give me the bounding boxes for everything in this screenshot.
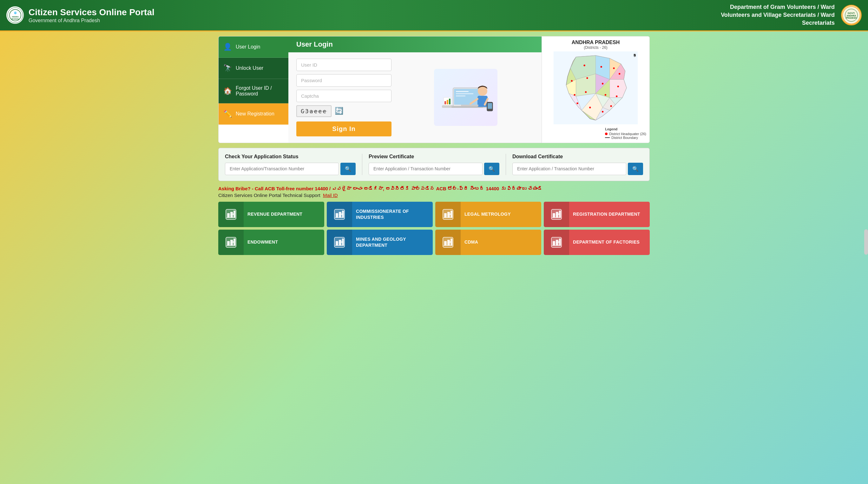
check-status-search-button[interactable]: 🔍 xyxy=(340,163,355,175)
dept-card-registration[interactable]: REGISTRATION DEPARTMENT xyxy=(544,202,650,227)
map-subtitle: (Districts - 26) xyxy=(584,45,608,50)
dept-icon-revenue xyxy=(218,202,244,227)
dept-card-dept-factories[interactable]: DEPARTMENT OF FACTORIES xyxy=(544,230,650,255)
home-icon: 🏠 xyxy=(223,87,232,95)
captcha-input[interactable] xyxy=(296,90,392,102)
header-left: 🌐 ANDHRA PRADESH Citizen Services Online… xyxy=(6,6,155,24)
svg-point-57 xyxy=(613,67,615,69)
legend-hq-label: District Headquater (26) xyxy=(609,132,646,136)
preview-cert-search-button[interactable]: 🔍 xyxy=(484,163,499,175)
preview-cert-input[interactable] xyxy=(369,163,483,175)
alert-section: Asking Bribe? - Call ACB Toll-free numbe… xyxy=(218,186,650,198)
dept-label-endowment: ENDOWMENT xyxy=(244,236,324,248)
dept-card-commissionerate[interactable]: COMMISSIONERATE OF INDUSTRIES xyxy=(327,202,433,227)
login-area: User Login G3aeee 🔄 Sign In xyxy=(288,36,541,143)
svg-point-60 xyxy=(602,83,603,84)
header-right: Department of Gram Volunteers / Ward Vol… xyxy=(702,3,862,27)
password-input[interactable] xyxy=(296,74,392,87)
ap-logo: 🌐 ANDHRA PRADESH xyxy=(6,6,24,24)
svg-rect-77 xyxy=(336,213,338,218)
refresh-captcha-icon[interactable]: 🔄 xyxy=(335,107,343,115)
svg-rect-13 xyxy=(456,91,469,92)
check-status-input-row: 🔍 xyxy=(225,163,355,175)
dept-icon-registration xyxy=(544,202,569,227)
login-illustration xyxy=(398,59,534,136)
illustration-image xyxy=(434,69,497,126)
emblem: GOVT. ANDHRA PRADESH xyxy=(841,5,862,25)
svg-text:PRADESH: PRADESH xyxy=(11,18,19,20)
dept-text: Department of Gram Volunteers / Ward Vol… xyxy=(702,3,835,27)
download-cert-group: Download Certificate 🔍 xyxy=(513,154,643,175)
login-header: User Login xyxy=(288,36,541,52)
sidebar-item-user-login[interactable]: 👤 User Login xyxy=(219,36,288,58)
map-container: N xyxy=(545,52,646,126)
svg-rect-97 xyxy=(336,241,338,246)
svg-rect-72 xyxy=(227,213,230,218)
portal-title: Citizen Services Online Portal xyxy=(29,7,155,18)
svg-point-68 xyxy=(602,111,603,112)
main-content: 👤 User Login 🔭 Unlock User 🏠 Forgot User… xyxy=(212,31,656,260)
app-status-section: Check Your Application Status 🔍 Preview … xyxy=(218,148,650,181)
preview-cert-group: Preview Certificate 🔍 xyxy=(369,154,499,175)
sidebar-item-unlock-user[interactable]: 🔭 Unlock User xyxy=(219,58,288,79)
map-title: ANDHRA PRADESH xyxy=(572,40,620,45)
sidebar-item-forgot-credentials[interactable]: 🏠 Forgot User ID / Password xyxy=(219,79,288,103)
scrollbar[interactable] xyxy=(864,229,868,255)
dept-icon-dept-factories xyxy=(544,230,569,255)
dept-card-mines-geology[interactable]: MINES AND GEOLOGY DEPARTMENT xyxy=(327,230,433,255)
dept-label-legal-metrology: LEGAL METROLOGY xyxy=(461,208,541,220)
svg-rect-24 xyxy=(447,100,448,104)
govt-subtitle: Government of Andhra Pradesh xyxy=(29,18,155,24)
svg-text:🌐: 🌐 xyxy=(13,11,17,14)
map-area: ANDHRA PRADESH (Districts - 26) N xyxy=(541,36,649,143)
svg-point-100 xyxy=(341,241,343,243)
ap-map-svg: N xyxy=(545,52,646,124)
sidebar: 👤 User Login 🔭 Unlock User 🏠 Forgot User… xyxy=(219,36,288,143)
sign-in-button[interactable]: Sign In xyxy=(296,122,392,136)
svg-rect-92 xyxy=(227,241,230,246)
legend-boundary-label: District Boundary xyxy=(611,136,638,139)
preview-cert-input-row: 🔍 xyxy=(369,163,499,175)
svg-point-80 xyxy=(341,214,343,215)
svg-point-75 xyxy=(233,214,234,215)
download-cert-input[interactable] xyxy=(513,163,626,175)
status-divider-1 xyxy=(362,154,362,175)
svg-point-90 xyxy=(558,214,560,215)
svg-point-95 xyxy=(233,241,234,243)
svg-point-0 xyxy=(8,8,23,23)
svg-rect-27 xyxy=(488,103,492,109)
dept-card-legal-metrology[interactable]: LEGAL METROLOGY xyxy=(435,202,541,227)
svg-point-62 xyxy=(571,80,572,82)
download-cert-search-button[interactable]: 🔍 xyxy=(628,163,643,175)
dept-label-mines-geology: MINES AND GEOLOGY DEPARTMENT xyxy=(352,233,433,251)
svg-text:PRADESH: PRADESH xyxy=(846,17,857,19)
captcha-row: G3aeee 🔄 xyxy=(296,105,392,117)
svg-rect-87 xyxy=(553,213,555,218)
svg-point-70 xyxy=(577,102,578,104)
dept-icon-mines-geology xyxy=(327,230,352,255)
top-section: 👤 User Login 🔭 Unlock User 🏠 Forgot User… xyxy=(218,36,650,143)
mail-id-link[interactable]: Mail ID xyxy=(323,193,338,198)
svg-point-110 xyxy=(558,241,560,243)
sidebar-label-user-login: User Login xyxy=(236,44,260,50)
dept-label-cdma: CDMA xyxy=(461,236,541,248)
header-title: Citizen Services Online Portal Governmen… xyxy=(29,7,155,24)
dept-card-endowment[interactable]: ENDOWMENT xyxy=(218,230,324,255)
map-legend: Legend District Headquater (26) District… xyxy=(605,127,646,139)
dept-label-registration: REGISTRATION DEPARTMENT xyxy=(569,208,650,220)
dept-label-revenue: REVENUE DEPARTMENT xyxy=(244,208,324,220)
download-cert-input-row: 🔍 xyxy=(513,163,643,175)
sidebar-item-new-registration[interactable]: ✏️ New Registration xyxy=(219,103,288,125)
captcha-display: G3aeee xyxy=(296,105,332,117)
svg-rect-107 xyxy=(553,241,555,246)
dept-icon-endowment xyxy=(218,230,244,255)
alert-bribe-text: Asking Bribe? - Call ACB Toll-free numbe… xyxy=(218,186,650,191)
svg-point-105 xyxy=(450,241,451,243)
edit-icon: ✏️ xyxy=(223,110,232,118)
dept-card-cdma[interactable]: CDMA xyxy=(435,230,541,255)
svg-rect-15 xyxy=(456,95,465,96)
check-status-input[interactable] xyxy=(225,163,339,175)
dept-label-commissionerate: COMMISSIONERATE OF INDUSTRIES xyxy=(352,205,433,223)
user-id-input[interactable] xyxy=(296,59,392,71)
dept-card-revenue[interactable]: REVENUE DEPARTMENT xyxy=(218,202,324,227)
